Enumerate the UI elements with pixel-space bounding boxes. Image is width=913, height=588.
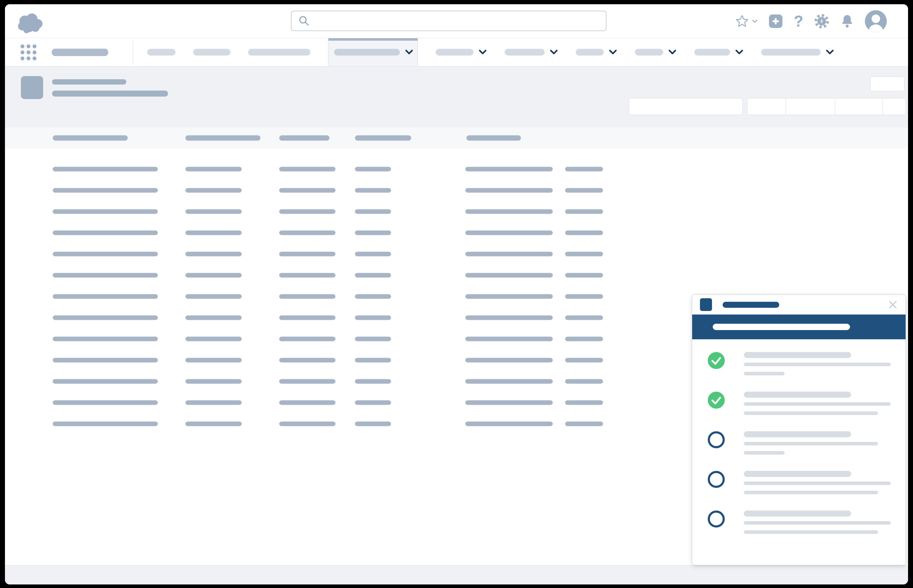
cell-placeholder	[355, 273, 391, 278]
group-button[interactable]	[883, 99, 906, 115]
chevron-down-icon[interactable]	[752, 19, 758, 23]
favorites-button[interactable]	[735, 14, 758, 28]
cell-placeholder	[355, 316, 391, 320]
app-window: ?	[5, 4, 908, 585]
step-text-placeholder	[744, 352, 891, 375]
nav-tab[interactable]	[147, 49, 176, 55]
notifications-bell-icon[interactable]	[840, 14, 854, 29]
nav-tab[interactable]	[436, 49, 487, 55]
nav-tab[interactable]	[328, 38, 418, 66]
column-header-placeholder	[53, 136, 128, 141]
table-row[interactable]	[5, 222, 908, 243]
cell-placeholder	[279, 316, 336, 320]
cell-placeholder	[565, 294, 603, 299]
cell-placeholder	[53, 231, 158, 235]
table-row[interactable]	[5, 243, 908, 265]
cell-placeholder	[465, 231, 553, 235]
cell-placeholder	[186, 316, 242, 320]
chevron-down-icon[interactable]	[668, 50, 677, 55]
chevron-down-icon[interactable]	[478, 50, 487, 55]
cell-placeholder	[279, 188, 336, 193]
nav-tab[interactable]	[505, 49, 558, 55]
cell-placeholder	[279, 379, 336, 384]
app-navigation-bar	[5, 38, 908, 66]
cell-placeholder	[279, 358, 336, 363]
cell-placeholder	[355, 294, 391, 299]
chevron-down-icon[interactable]	[826, 50, 834, 55]
chevron-down-icon[interactable]	[735, 50, 743, 55]
avatar-head	[872, 15, 880, 23]
table-row[interactable]	[5, 265, 908, 286]
app-name-placeholder[interactable]	[52, 48, 108, 56]
tab-label-placeholder	[193, 49, 230, 55]
global-search-input[interactable]	[291, 11, 606, 31]
cell-placeholder	[355, 167, 391, 171]
nav-tab[interactable]	[248, 49, 310, 55]
cell-placeholder	[565, 422, 603, 426]
cell-placeholder	[565, 358, 603, 363]
chevron-down-icon[interactable]	[549, 50, 558, 55]
check-mark-icon	[708, 392, 725, 409]
global-header: ?	[5, 4, 908, 38]
nav-tab[interactable]	[635, 49, 677, 55]
cell-placeholder	[355, 358, 391, 363]
cell-placeholder	[186, 210, 242, 214]
nav-tab[interactable]	[694, 49, 743, 55]
cell-placeholder	[186, 273, 242, 278]
step-status-icon	[708, 392, 725, 409]
cell-placeholder	[465, 273, 553, 278]
chevron-down-icon[interactable]	[405, 50, 413, 55]
checklist-item[interactable]	[708, 471, 891, 494]
group-button[interactable]	[747, 99, 786, 115]
cell-placeholder	[465, 167, 553, 171]
tab-label-placeholder	[576, 49, 604, 55]
table-row[interactable]	[5, 201, 908, 222]
chevron-down-icon[interactable]	[609, 50, 617, 55]
tab-label-placeholder	[334, 49, 400, 55]
column-header-placeholder	[279, 136, 330, 141]
user-avatar[interactable]	[865, 10, 887, 32]
cell-placeholder	[186, 379, 242, 384]
cell-placeholder	[465, 316, 553, 320]
cell-placeholder	[186, 252, 242, 257]
checklist-item[interactable]	[708, 352, 891, 375]
step-text-placeholder	[744, 510, 891, 534]
cell-placeholder	[53, 401, 158, 405]
header-action-button[interactable]	[870, 76, 905, 91]
cell-placeholder	[565, 273, 603, 278]
close-icon[interactable]	[888, 300, 898, 310]
checklist-item[interactable]	[708, 392, 891, 415]
nav-tab[interactable]	[193, 49, 230, 55]
nav-tab[interactable]	[761, 49, 834, 55]
cell-placeholder	[53, 210, 158, 214]
tab-label-placeholder	[436, 49, 473, 55]
cell-placeholder	[465, 294, 553, 299]
cell-placeholder	[186, 422, 242, 426]
primary-action-button[interactable]	[629, 98, 743, 115]
cell-placeholder	[565, 337, 603, 341]
nav-tab[interactable]	[576, 49, 617, 55]
popup-logo-placeholder	[700, 298, 712, 311]
help-icon[interactable]: ?	[794, 13, 803, 29]
cell-placeholder	[355, 210, 391, 214]
check-mark-icon	[708, 352, 725, 369]
cell-placeholder	[186, 358, 242, 363]
group-button[interactable]	[786, 99, 835, 115]
group-button[interactable]	[835, 99, 883, 115]
cell-placeholder	[465, 210, 553, 214]
step-text-placeholder	[744, 392, 891, 415]
app-launcher-icon[interactable]	[21, 44, 36, 60]
cell-placeholder	[465, 422, 553, 426]
table-row[interactable]	[5, 180, 908, 201]
checklist-item[interactable]	[708, 431, 891, 455]
cell-placeholder	[355, 337, 391, 341]
quick-create-plus-icon[interactable]	[768, 14, 783, 29]
header-actions: ?	[735, 4, 887, 38]
cell-placeholder	[53, 167, 158, 171]
table-row[interactable]	[5, 158, 908, 180]
setup-gear-icon[interactable]	[814, 13, 829, 29]
checklist-item[interactable]	[708, 510, 891, 534]
cell-placeholder	[465, 337, 553, 341]
cell-placeholder	[565, 316, 603, 320]
cell-placeholder	[465, 358, 553, 363]
